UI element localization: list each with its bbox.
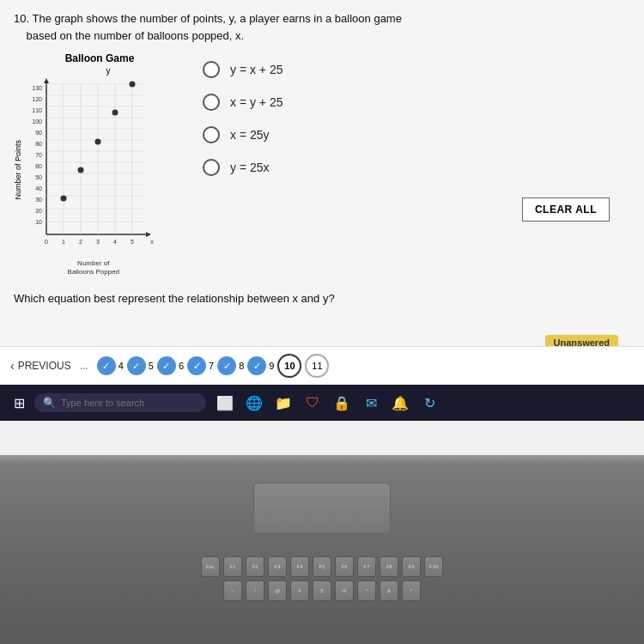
nav-num-9: 9 — [269, 361, 274, 371]
radio-d[interactable] — [203, 159, 220, 176]
svg-text:80: 80 — [35, 141, 42, 147]
question-main-text: The graph shows the number of points, y,… — [32, 12, 401, 25]
svg-text:5: 5 — [131, 239, 134, 245]
email-icon[interactable]: ✉ — [359, 391, 383, 415]
radio-b[interactable] — [203, 94, 220, 111]
graph-svg: 10 20 30 40 50 60 70 80 90 100 110 120 — [25, 76, 162, 264]
option-label-b: x = y + 25 — [230, 95, 283, 109]
svg-text:50: 50 — [35, 174, 42, 180]
key-1[interactable]: ! — [246, 580, 264, 601]
nav-item-7[interactable]: ✓ 7 — [187, 356, 214, 375]
nav-num-10-circle[interactable]: 10 — [277, 354, 301, 378]
key-f8[interactable]: F8 — [380, 556, 398, 577]
check-icon-9: ✓ — [247, 356, 266, 375]
svg-text:1: 1 — [62, 239, 65, 245]
svg-text:20: 20 — [35, 208, 42, 214]
refresh-icon[interactable]: ↻ — [417, 391, 441, 415]
svg-text:60: 60 — [35, 163, 42, 169]
clear-all-button[interactable]: CLEAR ALL — [522, 197, 610, 222]
start-button[interactable]: ⊞ — [7, 391, 31, 415]
svg-text:130: 130 — [32, 85, 42, 91]
svg-marker-3 — [146, 232, 151, 237]
option-label-c: x = 25y — [230, 128, 270, 142]
nav-num-4: 4 — [118, 361, 124, 371]
nav-num-7: 7 — [209, 361, 214, 371]
key-7[interactable]: & — [380, 580, 398, 601]
laptop-hinge — [0, 455, 644, 465]
key-f3[interactable]: F3 — [268, 556, 287, 577]
svg-text:4: 4 — [113, 239, 117, 245]
key-f4[interactable]: F4 — [290, 556, 309, 577]
svg-text:10: 10 — [35, 219, 42, 225]
svg-text:70: 70 — [35, 152, 42, 158]
key-5[interactable]: % — [335, 580, 354, 601]
nav-bar: ‹ PREVIOUS ... ✓ 4 ✓ 5 ✓ 6 — [0, 346, 644, 385]
nav-dots: ... — [80, 360, 88, 372]
nav-num-10: 10 — [284, 361, 295, 371]
key-f5[interactable]: F5 — [313, 556, 331, 577]
chevron-left-icon: ‹ — [10, 359, 15, 373]
radio-c[interactable] — [203, 126, 220, 143]
key-f2[interactable]: F2 — [246, 556, 264, 577]
browser-icon[interactable]: 🌐 — [242, 391, 266, 415]
graph-title: Balloon Game — [14, 52, 185, 64]
check-icon-6: ✓ — [157, 356, 176, 375]
nav-item-8[interactable]: ✓ 8 — [217, 356, 244, 375]
laptop-body: Esc F1 F2 F3 F4 F5 F6 F7 F8 F9 F10 ~ ! @… — [0, 455, 644, 644]
key-f1[interactable]: F1 — [223, 556, 242, 577]
key-2[interactable]: @ — [268, 580, 287, 601]
content-area: Balloon Game y Number of Points — [14, 52, 630, 264]
question-number: 10. — [14, 12, 29, 25]
shield-icon[interactable]: 🛡 — [301, 391, 325, 415]
svg-point-44 — [94, 139, 100, 145]
graph-wrapper: Number of Points — [14, 76, 185, 264]
nav-item-10[interactable]: 10 — [277, 354, 301, 378]
keyboard-row-1: Esc F1 F2 F3 F4 F5 F6 F7 F8 F9 F10 — [17, 556, 627, 577]
svg-point-46 — [129, 82, 135, 88]
nav-item-9[interactable]: ✓ 9 — [247, 356, 274, 375]
key-f7[interactable]: F7 — [357, 556, 376, 577]
prev-button[interactable]: ‹ PREVIOUS — [10, 359, 71, 373]
graph-area: 10 20 30 40 50 60 70 80 90 100 110 120 — [25, 76, 162, 264]
key-4[interactable]: $ — [313, 580, 331, 601]
key-f9[interactable]: F9 — [402, 556, 421, 577]
check-icon-7: ✓ — [187, 356, 206, 375]
svg-text:3: 3 — [96, 239, 100, 245]
svg-text:90: 90 — [35, 130, 42, 136]
option-row-a[interactable]: y = x + 25 — [203, 61, 630, 78]
nav-num-6: 6 — [179, 361, 184, 371]
radio-a[interactable] — [203, 61, 220, 78]
svg-text:30: 30 — [35, 197, 42, 203]
taskview-icon[interactable]: ⬜ — [213, 391, 237, 415]
search-icon: 🔍 — [43, 397, 56, 409]
lock-icon[interactable]: 🔒 — [330, 391, 354, 415]
key-tilde[interactable]: ~ — [223, 580, 242, 601]
search-input[interactable] — [61, 398, 181, 408]
svg-point-42 — [60, 196, 66, 202]
option-row-c[interactable]: x = 25y — [203, 126, 630, 143]
option-row-b[interactable]: x = y + 25 — [203, 94, 630, 111]
key-f10[interactable]: F10 — [424, 556, 443, 577]
key-8[interactable]: * — [402, 580, 421, 601]
key-3[interactable]: # — [290, 580, 309, 601]
nav-item-11[interactable]: 11 — [305, 354, 329, 378]
key-6[interactable]: ^ — [357, 580, 376, 601]
nav-item-4[interactable]: ✓ 4 — [97, 356, 124, 375]
alert-icon[interactable]: 🔔 — [388, 391, 412, 415]
nav-item-6[interactable]: ✓ 6 — [157, 356, 184, 375]
taskbar: ⊞ 🔍 ⬜ 🌐 📁 🛡 🔒 ✉ 🔔 ↻ — [0, 385, 644, 421]
screen: 10. The graph shows the number of points… — [0, 0, 644, 455]
folder-icon[interactable]: 📁 — [271, 391, 295, 415]
nav-item-5[interactable]: ✓ 5 — [127, 356, 154, 375]
key-esc[interactable]: Esc — [201, 556, 220, 577]
nav-numbers: ✓ 4 ✓ 5 ✓ 6 ✓ 7 ✓ 8 — [97, 354, 330, 378]
nav-num-5: 5 — [149, 361, 154, 371]
options-area: y = x + 25 x = y + 25 x = 25y y = 25x — [203, 52, 630, 176]
graph-container: Balloon Game y Number of Points — [14, 52, 185, 264]
svg-text:120: 120 — [32, 96, 42, 102]
option-row-d[interactable]: y = 25x — [203, 159, 630, 176]
touchpad[interactable] — [253, 483, 391, 534]
nav-num-11-circle[interactable]: 11 — [305, 354, 329, 378]
key-f6[interactable]: F6 — [335, 556, 354, 577]
search-bar[interactable]: 🔍 — [34, 393, 206, 412]
